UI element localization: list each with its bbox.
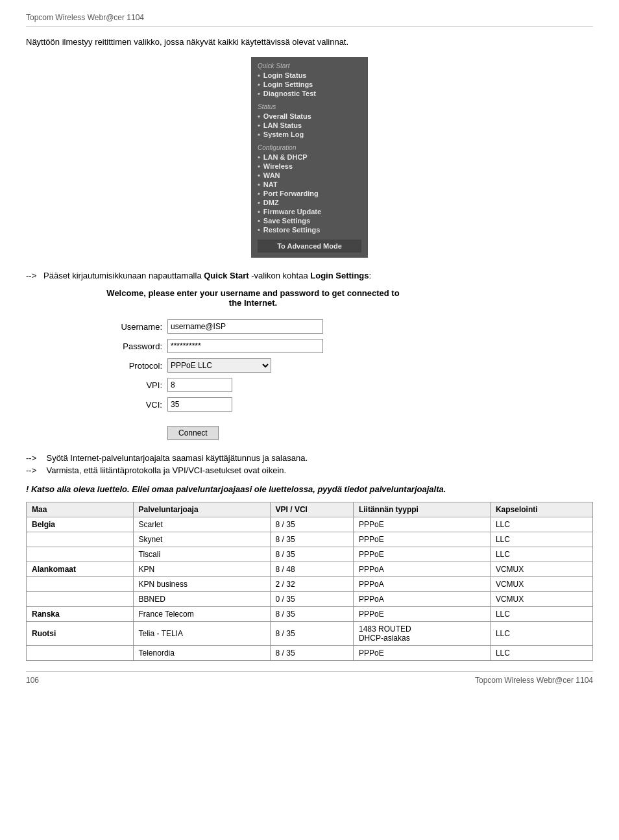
arrow-prefix: --> Pääset kirjautumisikkunaan napauttam… — [26, 271, 204, 280]
cell-type: PPPoE — [353, 532, 490, 547]
arrow-icon-1: --> — [26, 453, 36, 463]
cell-vpi-vci: 8 / 35 — [270, 622, 353, 646]
protocol-row: Protocol: PPPoE LLC PPPoA LLC PPPoE VC-M… — [104, 358, 402, 373]
col-header-vpi-vci: VPI / VCI — [270, 502, 353, 517]
table-row: BBNED0 / 35PPPoAVCMUX — [27, 592, 593, 607]
cell-encap: LLC — [490, 517, 592, 532]
cell-encap: LLC — [490, 622, 592, 646]
table-row: RuotsiTelia - TELIA8 / 351483 ROUTED DHC… — [27, 622, 593, 646]
cell-encap: VCMUX — [490, 592, 592, 607]
cell-maa: Belgia — [27, 517, 134, 532]
cell-provider: Telenordia — [133, 646, 270, 661]
cell-type: PPPoA — [353, 562, 490, 577]
cell-provider: Tiscali — [133, 547, 270, 562]
menu-item-diagnostic-test[interactable]: Diagnostic Test — [258, 89, 361, 98]
arrow-icon-2: --> — [26, 465, 36, 475]
menu-container: Quick Start Login Status Login Settings … — [26, 57, 593, 258]
provider-table: Maa Palveluntarjoaja VPI / VCI Liitännän… — [26, 502, 593, 661]
cell-vpi-vci: 8 / 48 — [270, 562, 353, 577]
menu-item-wan[interactable]: WAN — [258, 171, 361, 180]
page-number: 106 — [26, 676, 39, 685]
connect-btn-wrapper: Connect — [104, 417, 402, 440]
cell-encap: LLC — [490, 547, 592, 562]
col-header-maa: Maa — [27, 502, 134, 517]
cell-encap: LLC — [490, 646, 592, 661]
cell-provider: Telia - TELIA — [133, 622, 270, 646]
cell-type: PPPoA — [353, 577, 490, 592]
menu-item-wireless[interactable]: Wireless — [258, 162, 361, 171]
menu-item-system-log[interactable]: System Log — [258, 130, 361, 139]
table-row: KPN business2 / 32PPPoAVCMUX — [27, 577, 593, 592]
cell-maa — [27, 646, 134, 661]
table-row: Telenordia8 / 35PPPoELLC — [27, 646, 593, 661]
bullet-item-2: --> Varmista, että liitäntäprotokolla ja… — [26, 465, 593, 475]
bullet-list: --> Syötä Internet-palveluntarjoajalta s… — [26, 453, 593, 475]
bullet-item-1: --> Syötä Internet-palveluntarjoajalta s… — [26, 453, 593, 463]
menu-item-port-forwarding[interactable]: Port Forwarding — [258, 189, 361, 198]
menu-item-dmz[interactable]: DMZ — [258, 198, 361, 207]
vci-row: VCI: — [104, 397, 402, 412]
italic-note: ! Katso alla oleva luettelo. Ellei omaa … — [26, 484, 593, 494]
cell-provider: BBNED — [133, 592, 270, 607]
connect-button[interactable]: Connect — [167, 426, 219, 440]
vpi-label: VPI: — [104, 380, 162, 390]
cell-vpi-vci: 8 / 35 — [270, 517, 353, 532]
bullet-text-1: Syötä Internet-palveluntarjoajalta saama… — [42, 453, 308, 463]
cell-provider: KPN business — [133, 577, 270, 592]
cell-maa — [27, 592, 134, 607]
menu-item-lan-dhcp[interactable]: LAN & DHCP — [258, 153, 361, 162]
arrow-text: --> Pääset kirjautumisikkunaan napauttam… — [26, 271, 593, 280]
quickstart-bold: Quick Start — [204, 271, 249, 280]
vci-label: VCI: — [104, 400, 162, 410]
page-wrapper: Topcom Wireless Webr@cer 1104 Näyttöön i… — [0, 0, 619, 840]
cell-vpi-vci: 2 / 32 — [270, 577, 353, 592]
cell-provider: Skynet — [133, 532, 270, 547]
cell-maa: Alankomaat — [27, 562, 134, 577]
cell-type: PPPoE — [353, 517, 490, 532]
vpi-input[interactable] — [167, 378, 232, 392]
config-section-title: Configuration — [258, 144, 361, 151]
loginsettings-bold: Login Settings — [310, 271, 369, 280]
cell-maa — [27, 547, 134, 562]
menu-item-save-settings[interactable]: Save Settings — [258, 216, 361, 225]
table-row: RanskaFrance Telecom8 / 35PPPoELLC — [27, 607, 593, 622]
footer-bar: 106 Topcom Wireless Webr@cer 1104 — [26, 671, 593, 685]
cell-encap: LLC — [490, 607, 592, 622]
menu-item-firmware-update[interactable]: Firmware Update — [258, 207, 361, 216]
cell-encap: VCMUX — [490, 562, 592, 577]
menu-item-restore-settings[interactable]: Restore Settings — [258, 225, 361, 234]
menu-advanced-mode[interactable]: To Advanced Mode — [258, 240, 361, 253]
intro-text: Näyttöön ilmestyy reitittimen valikko, j… — [26, 37, 593, 47]
password-input[interactable] — [167, 339, 323, 353]
username-label: Username: — [104, 322, 162, 332]
cell-vpi-vci: 8 / 35 — [270, 547, 353, 562]
menu-item-lan-status[interactable]: LAN Status — [258, 121, 361, 130]
protocol-label: Protocol: — [104, 361, 162, 371]
header-bar: Topcom Wireless Webr@cer 1104 — [26, 13, 593, 27]
cell-type: PPPoE — [353, 646, 490, 661]
table-row: BelgiaScarlet8 / 35PPPoELLC — [27, 517, 593, 532]
menu-box: Quick Start Login Status Login Settings … — [251, 57, 368, 258]
cell-provider: KPN — [133, 562, 270, 577]
cell-type: PPPoE — [353, 547, 490, 562]
footer-title: Topcom Wireless Webr@cer 1104 — [475, 676, 593, 685]
menu-item-overall-status[interactable]: Overall Status — [258, 112, 361, 121]
cell-provider: Scarlet — [133, 517, 270, 532]
table-row: Tiscali8 / 35PPPoELLC — [27, 547, 593, 562]
cell-encap: LLC — [490, 532, 592, 547]
cell-maa — [27, 532, 134, 547]
menu-item-login-status[interactable]: Login Status — [258, 71, 361, 80]
vci-input[interactable] — [167, 397, 232, 412]
arrow-end: : — [369, 271, 372, 280]
cell-encap: VCMUX — [490, 577, 592, 592]
cell-maa: Ranska — [27, 607, 134, 622]
col-header-encap: Kapselointi — [490, 502, 592, 517]
username-row: Username: — [104, 319, 402, 334]
menu-item-nat[interactable]: NAT — [258, 180, 361, 189]
username-input[interactable] — [167, 319, 323, 334]
password-label: Password: — [104, 341, 162, 351]
protocol-select[interactable]: PPPoE LLC PPPoA LLC PPPoE VC-MUX PPPoA V… — [167, 358, 271, 373]
cell-type: PPPoA — [353, 592, 490, 607]
cell-vpi-vci: 8 / 35 — [270, 532, 353, 547]
menu-item-login-settings[interactable]: Login Settings — [258, 80, 361, 89]
